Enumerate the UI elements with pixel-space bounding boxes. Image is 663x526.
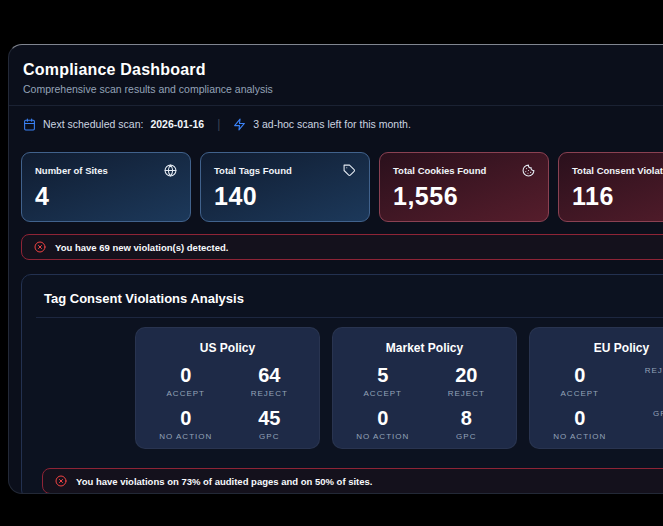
stat-cards-row: Number of Sites 4 Total Tags Found 140 bbox=[9, 140, 663, 222]
adhoc-scans-text: 3 ad-hoc scans left for this month. bbox=[253, 118, 411, 130]
metric-no-action: 0 NO ACTION bbox=[144, 407, 228, 441]
policy-card-us: US Policy 0 ACCEPT 64 REJECT 0 NO ACTION bbox=[135, 327, 320, 449]
stat-value: 116 bbox=[572, 182, 663, 211]
new-violations-text: You have 69 new violation(s) detected. bbox=[55, 242, 229, 253]
info-separator: | bbox=[215, 117, 222, 131]
stat-card-sites: Number of Sites 4 bbox=[21, 152, 191, 222]
x-circle-icon bbox=[55, 475, 67, 487]
dashboard-page: { "header": { "title": "Compliance Dashb… bbox=[0, 0, 663, 526]
calendar-icon bbox=[23, 118, 36, 131]
violation-summary-text: You have violations on 73% of audited pa… bbox=[76, 476, 373, 487]
metric-reject: 64 REJECT bbox=[228, 364, 312, 398]
dashboard-card: Compliance Dashboard Comprehensive scan … bbox=[8, 44, 663, 494]
violations-analysis-panel: Tag Consent Violations Analysis US Polic… bbox=[21, 274, 663, 494]
policy-card-eu: EU Policy 0 ACCEPT REJECT 0 NO ACTION bbox=[529, 327, 663, 449]
page-title: Compliance Dashboard bbox=[23, 61, 663, 79]
next-scan-date: 2026-01-16 bbox=[150, 118, 204, 130]
x-circle-icon bbox=[34, 241, 46, 253]
metric-gpc: 8 GPC bbox=[425, 407, 509, 441]
stat-label: Total Tags Found bbox=[214, 165, 292, 176]
stat-label: Total Consent Violations bbox=[572, 165, 663, 176]
stat-card-cookies: Total Cookies Found 1,556 bbox=[379, 152, 549, 222]
metric-no-action: 0 NO ACTION bbox=[538, 407, 622, 441]
stat-label: Number of Sites bbox=[35, 165, 108, 176]
policy-title: EU Policy bbox=[538, 341, 663, 355]
policy-cards-row: US Policy 0 ACCEPT 64 REJECT 0 NO ACTION bbox=[36, 318, 663, 449]
lightning-icon bbox=[233, 118, 246, 131]
next-scan-info: Next scheduled scan: 2026-01-16 bbox=[23, 118, 204, 131]
next-scan-label: Next scheduled scan: bbox=[43, 118, 143, 130]
new-violations-alert: You have 69 new violation(s) detected. bbox=[21, 234, 663, 260]
metric-reject: 20 REJECT bbox=[425, 364, 509, 398]
policy-card-market: Market Policy 5 ACCEPT 20 REJECT 0 NO AC… bbox=[332, 327, 517, 449]
policy-title: Market Policy bbox=[341, 341, 508, 355]
metric-gpc: GPC bbox=[622, 407, 663, 441]
policy-title: US Policy bbox=[144, 341, 311, 355]
stat-card-tags: Total Tags Found 140 bbox=[200, 152, 370, 222]
violation-summary-alert: You have violations on 73% of audited pa… bbox=[42, 468, 663, 494]
stat-value: 1,556 bbox=[393, 182, 535, 211]
globe-icon bbox=[164, 164, 177, 177]
cookie-icon bbox=[522, 164, 535, 177]
stat-value: 4 bbox=[35, 182, 177, 211]
metric-no-action: 0 NO ACTION bbox=[341, 407, 425, 441]
panel-title: Tag Consent Violations Analysis bbox=[36, 289, 663, 306]
stat-label: Total Cookies Found bbox=[393, 165, 486, 176]
stat-card-violations: Total Consent Violations 116 bbox=[558, 152, 663, 222]
stat-value: 140 bbox=[214, 182, 356, 211]
tag-icon bbox=[343, 164, 356, 177]
adhoc-scans-info: 3 ad-hoc scans left for this month. bbox=[233, 118, 411, 131]
metric-gpc: 45 GPC bbox=[228, 407, 312, 441]
page-subtitle: Comprehensive scan results and complianc… bbox=[23, 83, 663, 95]
metric-accept: 0 ACCEPT bbox=[144, 364, 228, 398]
metric-accept: 0 ACCEPT bbox=[538, 364, 622, 398]
metric-accept: 5 ACCEPT bbox=[341, 364, 425, 398]
scan-info-bar: Next scheduled scan: 2026-01-16 | 3 ad-h… bbox=[9, 106, 663, 140]
dashboard-header: Compliance Dashboard Comprehensive scan … bbox=[9, 45, 663, 105]
metric-reject: REJECT bbox=[622, 364, 663, 398]
